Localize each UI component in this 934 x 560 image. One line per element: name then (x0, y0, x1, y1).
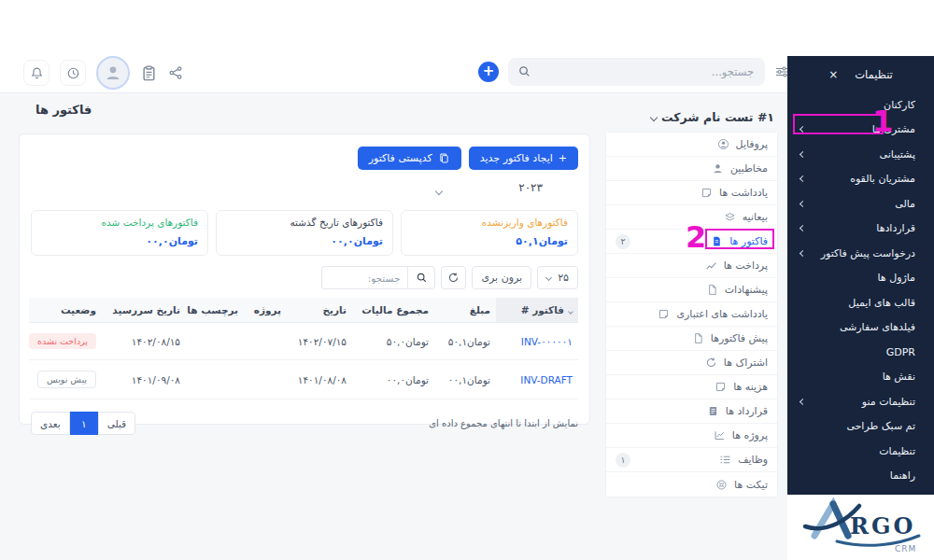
col-tags[interactable]: برچسب ها (186, 298, 244, 323)
col-invoice-number[interactable]: فاکتور # (496, 298, 578, 323)
layers-icon (724, 211, 736, 223)
client-menu-contracts[interactable]: قرارداد ها (606, 399, 777, 424)
company-name: #۱ تست نام شرکت (661, 110, 774, 124)
sidebar-title: تنظیمات (855, 68, 893, 81)
argo-crm-logo: RGO CRM (801, 497, 928, 554)
share-icon (170, 67, 181, 78)
chevron-down-icon (650, 113, 658, 120)
table-search (321, 266, 435, 289)
user-icon (712, 162, 724, 175)
sidebar-item-theme-style[interactable]: تم سبک طراحی (787, 414, 934, 440)
notifications-button[interactable] (23, 60, 50, 86)
col-total-tax[interactable]: مجموع مالیات (352, 298, 434, 323)
document-icon (658, 308, 670, 320)
plus-icon: + (559, 152, 567, 164)
avatar[interactable] (96, 56, 130, 90)
invoice-link[interactable]: INV-DRAFT (520, 374, 573, 385)
status-badge: پیش نویس (37, 371, 96, 388)
sidebar-item-contracts[interactable]: قراردادها (787, 217, 934, 242)
annotation-number-2: 2 (686, 222, 706, 252)
sliders-icon (776, 67, 787, 77)
sidebar-item-menu-settings[interactable]: تنظیمات منو (787, 389, 934, 414)
quick-add-button[interactable]: + (478, 62, 499, 82)
chevron-left-icon (800, 399, 806, 405)
stat-overdue-title: فاکتورهای تاریخ گذشته (226, 217, 383, 228)
invoices-panel: + ایجاد فاکتور جدید کدپستی فاکتور ۲۰۲۳ ف… (19, 133, 590, 425)
table-info: نمایش از ابتدا تا انتهای مجموع داده ای (429, 418, 578, 428)
timesheet-button[interactable] (60, 60, 86, 86)
client-menu-subscriptions[interactable]: اشتراک ها (606, 351, 777, 375)
client-menu-proposals[interactable]: پیشنهادات (606, 278, 777, 302)
client-menu-payments[interactable]: پرداخت ها (606, 254, 777, 278)
clipboard-button[interactable] (140, 64, 158, 82)
tasks-icon (719, 454, 731, 466)
copy-invoice-button[interactable]: کدپستی فاکتور (358, 147, 461, 170)
projects-icon (714, 429, 726, 441)
table-search-button[interactable] (407, 266, 435, 289)
document-icon (715, 381, 727, 393)
client-menu-notes[interactable]: یادداشت ها (606, 181, 777, 205)
pagination: قبلی ۱ بعدی (31, 412, 135, 435)
stat-unpaid: فاکتورهای واریزنشده ۵۰,۱تومان (401, 210, 578, 256)
create-invoice-button[interactable]: + ایجاد فاکتور جدید (469, 147, 578, 170)
sidebar-item-estimate-request[interactable]: درخواست پیش فاکتور (787, 241, 934, 266)
col-due-date[interactable]: تاریخ سررسید (102, 298, 186, 323)
current-page-button[interactable]: ۱ (70, 412, 98, 435)
client-menu-profile[interactable]: پروفایل (606, 133, 777, 157)
due-date-cell: ۱۴۰۱/۰۹/۰۸ (132, 374, 180, 385)
document-icon (692, 332, 704, 344)
page-size-select[interactable]: ۲۵ (537, 266, 578, 289)
stat-overdue-value: ۰۰,۰تومان (331, 235, 383, 247)
share-button[interactable] (168, 65, 183, 80)
sidebar-item-email-templates[interactable]: قالب های ایمیل (787, 290, 934, 315)
client-menu-contacts[interactable]: مخاطبین (606, 157, 777, 181)
search-icon (417, 273, 425, 281)
prev-page-button[interactable]: قبلی (98, 412, 135, 435)
export-button[interactable]: برون بری (472, 266, 531, 289)
col-status[interactable]: وضعیت (29, 298, 102, 323)
reload-button[interactable] (441, 266, 466, 289)
col-date[interactable]: تاریخ (287, 298, 352, 323)
col-amount[interactable]: مبلغ (434, 298, 496, 323)
sidebar-item-support[interactable]: پشتیبانی (787, 142, 934, 167)
sidebar-item-finance[interactable]: مالی (787, 191, 934, 217)
sidebar-item-modules[interactable]: ماژول ها (787, 266, 934, 291)
tags-cell (186, 360, 244, 399)
client-menu-expenses[interactable]: هزینه ها (606, 375, 777, 399)
client-menu-tasks[interactable]: وظایف۱ (606, 448, 777, 472)
sidebar-item-roles[interactable]: نقش ها (787, 365, 934, 390)
invoice-link[interactable]: INV-۰۰۰۰۰۱ (521, 336, 573, 347)
chevron-left-icon (800, 201, 806, 207)
sidebar-item-leads[interactable]: مشتریان بالقوه (787, 167, 934, 192)
stat-unpaid-value: ۵۰,۱تومان (516, 235, 568, 247)
client-menu-projects[interactable]: پروژه ها (606, 424, 777, 448)
sidebar-item-help[interactable]: راهنما (787, 464, 934, 489)
year-filter[interactable]: ۲۰۲۳ (518, 181, 543, 194)
clock-icon (68, 68, 78, 78)
sidebar-item-gdpr[interactable]: GDPR (787, 340, 934, 365)
document-icon (706, 284, 718, 296)
tasks-count-badge: ۱ (616, 453, 630, 468)
next-page-button[interactable]: بعدی (31, 412, 70, 435)
table-search-input[interactable] (321, 266, 407, 289)
client-menu-estimates[interactable]: پیش فاکتورها (606, 327, 777, 351)
ticket-icon (715, 479, 728, 491)
contract-icon (707, 405, 719, 417)
client-menu-credit-notes[interactable]: یادداشت های اعتباری (606, 302, 777, 327)
date-cell: ۱۴۰۲/۰۷/۱۵ (298, 336, 347, 347)
collapse-chevron-icon[interactable] (435, 188, 443, 195)
sidebar-item-settings[interactable]: تنظیمات (787, 439, 934, 464)
global-search[interactable] (508, 58, 765, 86)
col-project[interactable]: پروژه (244, 298, 287, 323)
status-badge: پرداخت نشده (29, 333, 96, 349)
close-icon[interactable]: × (828, 69, 838, 80)
global-search-input[interactable] (508, 58, 765, 86)
sidebar-item-custom-fields[interactable]: فیلدهای سفارشی (787, 315, 934, 341)
tags-cell (186, 323, 244, 360)
chevron-left-icon (800, 225, 806, 231)
chevron-down-icon (545, 274, 552, 281)
company-header[interactable]: #۱ تست نام شرکت (605, 108, 778, 132)
chevron-left-icon (800, 250, 806, 257)
stat-paid: فاکتورهای پرداخت شده ۰۰,۰تومان (31, 210, 208, 256)
client-menu-tickets[interactable]: تیکت ها (606, 472, 777, 497)
